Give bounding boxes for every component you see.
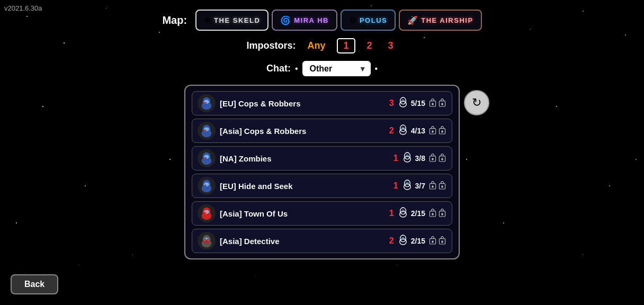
bag-icon-2 xyxy=(438,180,446,192)
svg-rect-54 xyxy=(441,213,443,216)
crewmate-icon xyxy=(398,96,408,110)
bag-icon-1 xyxy=(428,97,437,110)
crewmate-icon xyxy=(402,179,412,193)
game-row[interactable]: [Asia] Cops & Robbers 2 4/13 xyxy=(192,119,452,143)
chat-dot-right: • xyxy=(375,64,378,74)
svg-point-47 xyxy=(204,212,206,214)
map-btn-skeld[interactable]: ❄ THE SKELD xyxy=(195,10,269,31)
impostor-count: 3 xyxy=(389,98,394,108)
svg-point-62 xyxy=(401,237,405,240)
svg-rect-8 xyxy=(432,103,433,105)
game-row[interactable]: [EU] Hide and Seek 1 3/7 xyxy=(192,174,452,198)
game-avatar xyxy=(198,94,216,112)
chat-select-wrapper: Quick Chat Free Chat Other ▼ xyxy=(302,61,371,76)
polus-label: POLUS xyxy=(360,16,387,24)
player-icon-group: 2/15 xyxy=(398,207,446,220)
airship-icon: 🚀 xyxy=(407,15,418,25)
impostor-count: 2 xyxy=(389,126,394,136)
impostor-count: 1 xyxy=(393,154,398,163)
impostor-count: 1 xyxy=(393,181,398,191)
player-count: 3/8 xyxy=(415,154,425,163)
game-row[interactable]: [EU] Cops & Robbers 3 5/15 xyxy=(192,91,452,115)
player-icon-group: 4/13 xyxy=(398,124,446,138)
player-count: 3/7 xyxy=(415,182,425,190)
game-avatar xyxy=(198,149,216,167)
chat-dot-left: • xyxy=(295,64,298,74)
player-count: 5/15 xyxy=(411,99,425,107)
impostor-option-any[interactable]: Any xyxy=(303,39,329,52)
svg-rect-32 xyxy=(441,158,443,160)
game-avatar xyxy=(198,204,216,222)
game-list-container: [EU] Cops & Robbers 3 5/15 xyxy=(184,85,460,259)
polus-icon: ⚙ xyxy=(349,15,356,25)
game-name: [EU] Hide and Seek xyxy=(220,182,387,191)
svg-rect-30 xyxy=(432,158,433,160)
map-buttons: ❄ THE SKELD 🌀 MIRA HB ⚙ POLUS 🚀 the AIRS… xyxy=(195,10,481,31)
game-avatar xyxy=(198,232,216,250)
game-name: [NA] Zombies xyxy=(220,154,387,163)
bag-icon-2 xyxy=(438,124,446,137)
map-btn-mira[interactable]: 🌀 MIRA HB xyxy=(272,10,337,31)
map-btn-airship[interactable]: 🚀 the AIRSHIP xyxy=(399,10,481,31)
svg-point-50 xyxy=(401,210,405,212)
svg-rect-21 xyxy=(441,131,443,133)
main-ui: Map: ❄ THE SKELD 🌀 MIRA HB ⚙ POLUS 🚀 the… xyxy=(0,0,644,305)
chat-select[interactable]: Quick Chat Free Chat Other xyxy=(302,61,371,76)
player-icon-group: 2/15 xyxy=(398,234,446,248)
svg-point-17 xyxy=(401,127,405,130)
player-icon-group: 3/7 xyxy=(402,179,446,193)
map-label: Map: xyxy=(162,14,187,26)
bag-icon-1 xyxy=(428,180,437,192)
game-name: [Asia] Cops & Robbers xyxy=(220,127,383,136)
svg-rect-66 xyxy=(441,241,443,243)
impostor-option-2[interactable]: 2 xyxy=(363,39,377,52)
game-avatar xyxy=(198,122,216,140)
skeld-label: THE SKELD xyxy=(214,16,260,24)
svg-point-3 xyxy=(204,102,207,104)
bag-icon-2 xyxy=(438,235,446,247)
bag-icon-1 xyxy=(428,152,437,165)
impostor-option-1[interactable]: 1 xyxy=(337,38,355,53)
svg-point-14 xyxy=(204,130,207,131)
crewmate-icon xyxy=(398,207,408,220)
svg-rect-41 xyxy=(432,186,433,188)
game-row[interactable]: [Asia] Town Of Us 1 2/15 xyxy=(192,201,452,226)
bag-icon-2 xyxy=(438,97,446,110)
game-name: [Asia] Town Of Us xyxy=(220,209,383,218)
svg-point-39 xyxy=(405,182,408,185)
bag-icon-1 xyxy=(428,207,437,220)
game-name: [EU] Cops & Robbers xyxy=(220,99,383,108)
map-btn-polus[interactable]: ⚙ POLUS xyxy=(341,10,396,31)
svg-point-25 xyxy=(204,157,207,159)
chat-label: Chat: xyxy=(266,63,291,74)
crewmate-icon xyxy=(398,124,408,138)
mira-icon: 🌀 xyxy=(280,15,291,25)
impostor-count: 1 xyxy=(389,209,394,218)
bag-icon-2 xyxy=(438,207,446,220)
airship-label: the AIRSHIP xyxy=(421,16,473,24)
svg-rect-43 xyxy=(441,186,443,188)
impostor-count: 2 xyxy=(389,236,394,246)
svg-rect-52 xyxy=(432,213,433,216)
chat-row: Chat: • Quick Chat Free Chat Other ▼ • xyxy=(266,61,378,76)
svg-rect-64 xyxy=(432,241,433,243)
crewmate-icon xyxy=(398,234,408,248)
back-button[interactable]: Back xyxy=(11,274,58,294)
impostors-row: Impostors: Any 1 2 3 xyxy=(246,38,397,53)
crewmate-icon xyxy=(402,151,412,165)
svg-rect-19 xyxy=(432,131,433,133)
game-row[interactable]: [NA] Zombies 1 3/8 xyxy=(192,146,452,171)
game-avatar xyxy=(198,177,216,195)
player-count: 2/15 xyxy=(411,237,425,245)
player-icon-group: 3/8 xyxy=(402,151,446,165)
impostors-label: Impostors: xyxy=(246,40,296,51)
svg-point-6 xyxy=(401,100,405,102)
skeld-icon: ❄ xyxy=(204,15,211,25)
bag-icon-1 xyxy=(428,235,437,247)
svg-point-28 xyxy=(405,155,408,157)
impostor-option-3[interactable]: 3 xyxy=(384,39,398,52)
svg-rect-10 xyxy=(441,103,443,105)
game-row[interactable]: [Asia] Detective 2 2/15 xyxy=(192,229,452,253)
refresh-button[interactable]: ↻ xyxy=(464,90,489,115)
player-icon-group: 5/15 xyxy=(398,96,446,110)
